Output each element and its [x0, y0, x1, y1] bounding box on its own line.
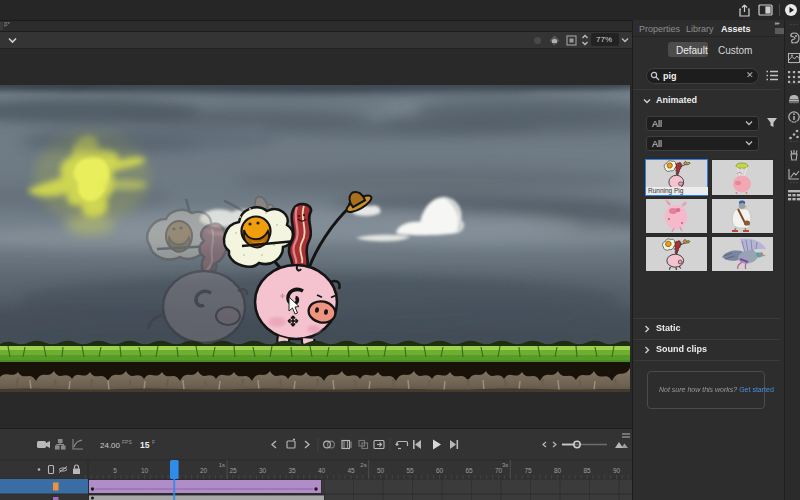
svg-text:40: 40 [318, 467, 326, 474]
svg-text:F: F [152, 439, 155, 445]
svg-text:10: 10 [141, 467, 149, 474]
svg-text:75: 75 [524, 467, 532, 474]
svg-text:65: 65 [465, 467, 473, 474]
svg-text:30: 30 [259, 467, 267, 474]
svg-text:25: 25 [229, 467, 237, 474]
svg-text:45: 45 [347, 467, 355, 474]
svg-text:5: 5 [113, 467, 117, 474]
svg-text:80: 80 [554, 467, 562, 474]
svg-text:90: 90 [613, 467, 621, 474]
svg-text:2s: 2s [360, 462, 366, 468]
svg-text:35: 35 [288, 467, 296, 474]
svg-text:15: 15 [140, 440, 150, 450]
svg-text:FPS: FPS [122, 439, 132, 445]
svg-text:1s: 1s [219, 462, 225, 468]
svg-text:50: 50 [377, 467, 385, 474]
svg-text:60: 60 [436, 467, 444, 474]
svg-text:3s: 3s [502, 462, 508, 468]
svg-text:55: 55 [406, 467, 414, 474]
svg-text:85: 85 [583, 467, 591, 474]
svg-text:20: 20 [200, 467, 208, 474]
svg-text:70: 70 [495, 467, 503, 474]
svg-text:24.00: 24.00 [100, 441, 121, 450]
